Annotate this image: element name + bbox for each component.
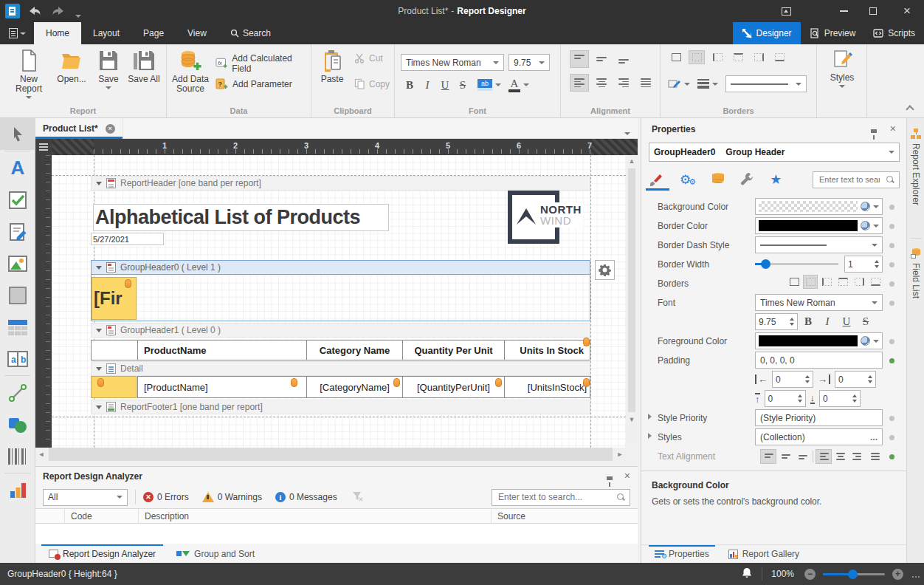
report-title-label[interactable]: Alphabetical List of Products — [93, 204, 389, 231]
tool-check-box[interactable] — [0, 184, 35, 216]
zoom-slider-thumb[interactable] — [848, 569, 858, 579]
maximize-button[interactable] — [856, 0, 890, 22]
prop-padding-lr[interactable]: ← 0 → 0 — [641, 370, 907, 389]
table-header-cell[interactable]: ProductName — [137, 340, 307, 360]
border-all-button[interactable] — [787, 275, 801, 289]
tab-layout-props[interactable] — [740, 172, 754, 188]
text-align-bottom-button[interactable] — [794, 449, 810, 464]
align-center-button[interactable] — [592, 74, 611, 92]
properties-search-box[interactable] — [813, 171, 900, 188]
tool-line[interactable] — [0, 377, 35, 408]
prop-border-color[interactable]: Border Color — [641, 216, 907, 236]
tab-data[interactable] — [712, 173, 724, 187]
close-button[interactable]: × — [890, 0, 924, 22]
tool-label[interactable]: A — [0, 152, 35, 184]
detail-cell[interactable]: [CategoryName] — [306, 376, 403, 398]
underline-button[interactable]: U — [436, 77, 454, 93]
prop-background-color[interactable]: Background Color — [641, 197, 907, 216]
analyzer-search-input[interactable] — [497, 491, 612, 503]
prop-styles[interactable]: Styles (Collection) ... — [641, 428, 907, 447]
group-field-cell[interactable]: [Fir — [92, 277, 137, 320]
font-size-combo[interactable]: 9.75 — [508, 54, 550, 71]
collapse-ribbon-button[interactable] — [905, 105, 915, 112]
undo-button[interactable] — [25, 2, 43, 22]
expander-icon[interactable] — [648, 414, 652, 420]
border-left-button[interactable] — [709, 50, 725, 64]
collapse-band-icon[interactable] — [96, 182, 102, 185]
tab-behavior[interactable]: ⚙⚙ — [680, 174, 696, 186]
ruler-menu-icon[interactable] — [35, 139, 52, 155]
line-style-combo[interactable] — [725, 75, 807, 92]
detail-cell[interactable]: [UnitsInStock] — [504, 376, 590, 398]
text-align-left-button[interactable] — [816, 449, 832, 464]
design-surface[interactable]: ReportHeader [one band per report] Alpha… — [52, 155, 626, 448]
tool-panel[interactable] — [0, 279, 35, 311]
close-icon[interactable]: × — [890, 123, 896, 134]
table-header-row[interactable]: ProductName Category Name Quantity Per U… — [91, 340, 590, 360]
font-size-spin[interactable]: 9.75 — [755, 313, 798, 330]
border-right-button[interactable] — [852, 275, 866, 289]
horizontal-scrollbar[interactable]: ◄ ► — [35, 448, 626, 461]
collapse-band-icon[interactable] — [96, 266, 102, 270]
border-bottom-button[interactable] — [868, 275, 883, 289]
add-parameter-button[interactable]: ? Add Parameter — [216, 78, 292, 90]
border-left-button[interactable] — [819, 275, 834, 289]
bold-button[interactable]: B — [401, 77, 418, 93]
tool-table[interactable] — [0, 311, 35, 343]
cut-button[interactable]: Cut — [354, 53, 383, 64]
scroll-down-icon[interactable]: ▼ — [626, 414, 638, 425]
scroll-right-icon[interactable]: ► — [614, 448, 626, 461]
band-group-header0[interactable]: GroupHeader0 ( Level 1 ) — [91, 260, 590, 275]
text-align-center-button[interactable] — [832, 449, 849, 464]
filter-icon[interactable] — [352, 491, 363, 504]
border-bottom-button[interactable] — [771, 50, 787, 64]
font-color-button[interactable]: A — [508, 78, 529, 92]
prop-padding-tb[interactable]: ↑ 0 ↓ 0 — [641, 389, 907, 408]
quick-access-dropdown[interactable] — [75, 10, 81, 20]
tab-view[interactable]: View — [176, 22, 218, 44]
tool-rich-text[interactable] — [0, 216, 35, 247]
prop-style-priority[interactable]: Style Priority (Style Priority) — [641, 408, 907, 428]
background-color-swatch[interactable] — [759, 201, 858, 212]
pin-icon[interactable] — [607, 472, 613, 487]
border-width-slider[interactable] — [755, 256, 838, 273]
resize-grip[interactable] — [912, 576, 920, 578]
new-report-button[interactable]: New Report — [6, 49, 52, 99]
tab-group-and-sort[interactable]: Group and Sort — [169, 544, 262, 563]
border-color-swatch[interactable] — [759, 220, 858, 231]
zoom-out-button[interactable]: − — [804, 569, 816, 580]
analyzer-filter-combo[interactable]: All — [43, 489, 128, 506]
mode-preview-button[interactable]: Preview — [801, 22, 865, 44]
tool-chart[interactable] — [0, 474, 35, 506]
band-group-header0-content[interactable]: [Fir — [91, 275, 590, 321]
minimize-button[interactable] — [831, 0, 856, 22]
prop-foreground-color[interactable]: Foreground Color — [641, 332, 907, 351]
zoom-in-button[interactable]: + — [892, 569, 903, 580]
padding-right-spin[interactable]: 0 — [835, 371, 876, 388]
tab-favorites[interactable]: ★ — [770, 171, 782, 188]
prop-text-alignment[interactable]: Text Alignment — [641, 447, 907, 466]
column-code[interactable]: Code — [65, 509, 139, 523]
text-align-right-button[interactable] — [849, 449, 866, 464]
tab-report-gallery[interactable]: Report Gallery — [723, 545, 805, 564]
table-header-cell[interactable]: Quantity Per Unit — [402, 340, 505, 360]
strikeout-button[interactable]: S — [454, 77, 472, 93]
paste-button[interactable]: Paste — [313, 49, 351, 84]
font-bold-button[interactable]: B — [799, 314, 817, 330]
vertical-scroll-thumb[interactable] — [628, 168, 635, 412]
save-all-button[interactable]: Save All — [121, 49, 167, 84]
border-top-button[interactable] — [835, 275, 850, 289]
errors-button[interactable]: ✕ 0 Errors — [143, 492, 189, 502]
band-tasks-gear-button[interactable] — [595, 260, 615, 280]
warnings-button[interactable]: 0 Warnings — [202, 492, 262, 502]
text-align-top-button[interactable] — [760, 449, 776, 464]
prop-font[interactable]: Font Times New Roman — [641, 293, 907, 312]
collapse-band-icon[interactable] — [96, 329, 102, 332]
prop-padding[interactable]: Padding 0, 0, 0, 0 — [641, 351, 907, 370]
prop-border-width[interactable]: Border Width 1 — [641, 255, 907, 274]
band-detail[interactable]: Detail — [91, 361, 590, 376]
table-header-cell[interactable]: Units In Stock — [504, 340, 590, 360]
font-name-combo[interactable]: Times New Roman — [401, 54, 504, 71]
prop-font-size-row[interactable]: 9.75 B I U S — [641, 312, 907, 332]
align-middle-button[interactable] — [592, 50, 611, 68]
